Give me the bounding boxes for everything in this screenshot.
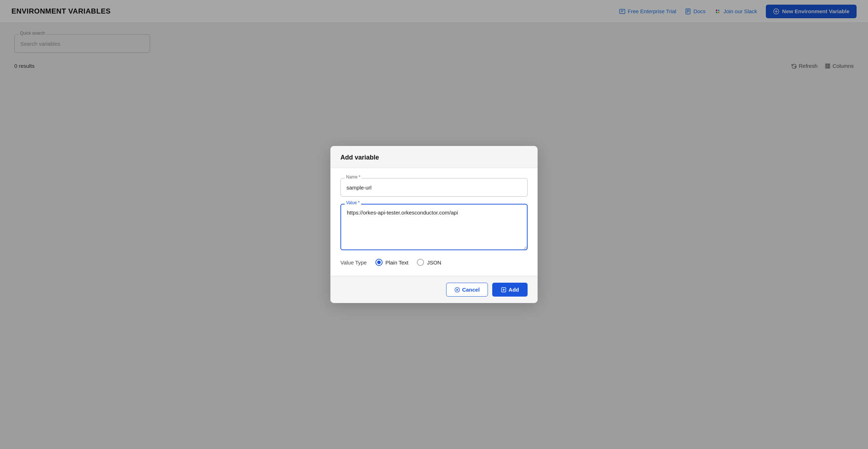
plain-text-radio-circle [375,259,383,266]
name-field-group: Name * [340,178,528,197]
json-radio[interactable]: JSON [417,259,441,266]
cancel-button[interactable]: Cancel [446,283,488,297]
name-input[interactable] [340,178,528,197]
modal-footer: Cancel Add [330,276,538,303]
modal-title: Add variable [340,154,379,161]
modal-header: Add variable [330,146,538,168]
modal-body: Name * Value * https://orkes-api-tester.… [330,168,538,276]
plain-text-label: Plain Text [385,259,409,266]
add-icon [501,287,507,293]
json-radio-circle [417,259,424,266]
value-type-row: Value Type Plain Text JSON [340,259,528,266]
value-field-label: Value * [345,200,361,205]
plain-text-radio[interactable]: Plain Text [375,259,409,266]
json-label: JSON [427,259,441,266]
add-variable-modal: Add variable Name * Value * https://orke… [330,146,538,303]
value-textarea[interactable]: https://orkes-api-tester.orkesconductor.… [340,204,528,250]
modal-overlay: Add variable Name * Value * https://orke… [0,0,868,449]
value-type-label: Value Type [340,259,367,266]
value-field-group: Value * https://orkes-api-tester.orkesco… [340,204,528,252]
name-field-label: Name * [345,175,362,180]
cancel-icon [454,287,460,293]
add-button[interactable]: Add [492,283,528,297]
